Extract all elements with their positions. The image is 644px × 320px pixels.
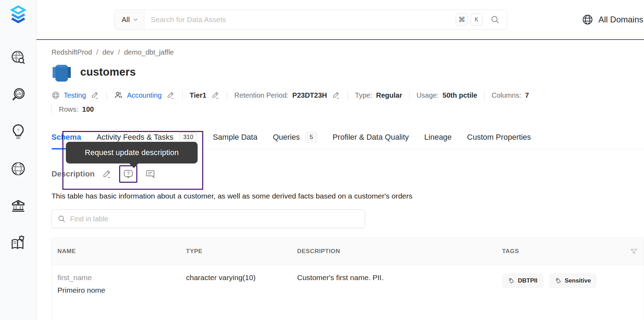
edit-retention-button[interactable] [331, 91, 341, 100]
globe-icon [52, 91, 60, 99]
pencil-icon [331, 91, 341, 100]
edit-tier-button[interactable] [211, 91, 220, 100]
column-header-type: TYPE [180, 248, 292, 255]
column-display-name: Primeiro nome [57, 286, 180, 294]
tag-icon [554, 277, 562, 285]
search-filter-dropdown[interactable]: All [115, 10, 144, 29]
cell-tags: DBTPII Sensitive [496, 273, 644, 320]
divider [409, 91, 410, 100]
owner-link[interactable]: Accounting [127, 91, 162, 99]
columns-meta: Columns: 7 [492, 91, 529, 99]
description-label: Description [52, 169, 95, 179]
domain-meta: Testing [52, 91, 100, 100]
search-input[interactable] [144, 15, 456, 24]
tab-profiler[interactable]: Profiler & Data Quality [333, 133, 409, 142]
team-icon [114, 91, 123, 100]
layers-logo-icon [8, 5, 28, 25]
chevron-down-icon [133, 17, 138, 22]
tier-value: Tier1 [190, 91, 206, 99]
sidebar-item-incidents[interactable] [10, 123, 27, 140]
breadcrumb: RedshiftProd / dev / demo_dbt_jaffle [52, 48, 644, 56]
left-sidebar [0, 0, 36, 320]
tab-schema[interactable]: Schema [52, 133, 81, 142]
cmd-keycap: ⌘ [456, 14, 468, 26]
bank-icon [10, 198, 26, 214]
lightbulb-bolt-icon [11, 124, 26, 140]
type-meta: Type: Regular [355, 91, 402, 99]
table-row[interactable]: first_name Primeiro nome character varyi… [52, 265, 644, 320]
help-bubble-icon: ? [123, 168, 134, 180]
search-icon[interactable] [490, 15, 500, 25]
tab-label: Lineage [424, 133, 452, 142]
tab-lineage[interactable]: Lineage [424, 133, 452, 142]
retention-label: Retention Period: [234, 91, 289, 99]
domains-selector[interactable]: All Domains [582, 14, 644, 26]
divider [348, 91, 348, 100]
app-logo[interactable] [7, 4, 29, 26]
schema-table: NAME TYPE DESCRIPTION TAGS first_name Pr… [52, 237, 644, 320]
find-in-table-input[interactable] [70, 215, 359, 223]
page-title: customers [80, 66, 136, 78]
tab-activity-feeds[interactable]: Activity Feeds & Tasks 310 [96, 132, 197, 142]
pencil-icon [211, 91, 220, 100]
filter-icon[interactable] [630, 248, 638, 257]
globe-icon [10, 161, 26, 177]
tab-label: Profiler & Data Quality [333, 133, 409, 142]
cell-name: first_name Primeiro nome [52, 273, 180, 320]
breadcrumb-separator: / [96, 48, 98, 56]
cell-description: Customer's first name. PII. [292, 273, 496, 320]
app-window: All ⌘ K All Domains RedshiftProd [0, 0, 644, 320]
search-filter-label: All [122, 15, 130, 24]
queries-count-badge: 5 [306, 132, 317, 142]
column-name[interactable]: first_name [57, 273, 180, 282]
type-label: Type: [355, 91, 372, 99]
k-keycap: K [471, 14, 482, 26]
tag-chip[interactable]: Sensitive [549, 273, 597, 288]
breadcrumb-database[interactable]: dev [102, 48, 114, 56]
usage-label: Usage: [417, 91, 439, 99]
tooltip: Request update description [66, 142, 198, 164]
column-header-tags: TAGS [496, 248, 644, 255]
tier-meta: Tier1 [190, 91, 220, 100]
rows-value: 100 [82, 105, 94, 113]
columns-value: 7 [525, 91, 529, 99]
table-header-row: NAME TYPE DESCRIPTION TAGS [52, 238, 644, 265]
breadcrumb-schema[interactable]: demo_dbt_jaffle [124, 48, 174, 56]
tag-chip[interactable]: DBTPII [502, 273, 543, 288]
domain-link[interactable]: Testing [64, 91, 86, 99]
tab-custom-properties[interactable]: Custom Properties [467, 133, 531, 142]
tab-queries[interactable]: Queries 5 [273, 132, 317, 142]
entity-title-row: customers [52, 62, 644, 82]
edit-domain-button[interactable] [90, 91, 100, 100]
pencil-icon [166, 91, 175, 100]
divider [52, 105, 52, 114]
redshift-table-icon [52, 62, 72, 82]
sidebar-item-observability[interactable] [10, 86, 27, 103]
divider [182, 91, 183, 100]
rows-meta: Rows: 100 [59, 105, 94, 113]
sidebar-item-domains[interactable] [10, 160, 27, 177]
usage-meta: Usage: 50th pctile [417, 91, 477, 99]
search-icon [57, 215, 66, 223]
top-header: All ⌘ K All Domains [36, 0, 644, 40]
edit-owner-button[interactable] [166, 91, 175, 100]
description-text: This table has basic information about a… [52, 192, 619, 200]
usage-value: 50th pctile [443, 91, 477, 99]
divider [107, 91, 107, 100]
edit-description-button[interactable] [102, 169, 112, 179]
sidebar-nav [0, 49, 36, 251]
comment-icon[interactable] [144, 168, 156, 180]
divider [227, 91, 227, 100]
owner-meta: Accounting [114, 91, 175, 100]
book-bulb-icon [10, 235, 26, 251]
sidebar-item-governance[interactable] [10, 197, 27, 214]
breadcrumb-service[interactable]: RedshiftProd [52, 48, 92, 56]
domains-label: All Domains [598, 15, 643, 25]
tab-label: Custom Properties [467, 133, 531, 142]
tooltip-text: Request update description [85, 148, 179, 157]
main-content: RedshiftProd / dev / demo_dbt_jaffle cus… [36, 41, 644, 320]
tab-label: Schema [52, 133, 81, 142]
sidebar-item-learning[interactable] [10, 235, 27, 251]
tab-sample-data[interactable]: Sample Data [213, 133, 257, 142]
sidebar-item-explore[interactable] [10, 49, 27, 66]
